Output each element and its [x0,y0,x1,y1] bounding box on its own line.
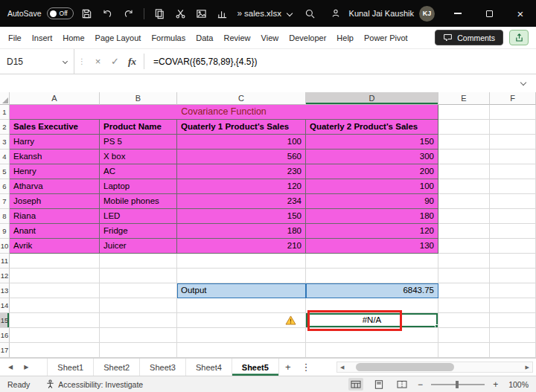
page-break-view-button[interactable] [395,378,409,391]
row-header-11[interactable]: 11 [0,254,10,269]
cell[interactable] [100,298,177,313]
col-header-d-selected[interactable]: D [306,92,438,105]
cancel-button[interactable]: × [89,49,106,74]
row-header-17[interactable]: 17 [0,343,10,358]
copy-icon[interactable] [152,6,168,22]
cell-d8[interactable]: 180 [306,209,438,224]
cell[interactable] [100,328,177,343]
cell[interactable] [100,269,177,283]
cell-b5[interactable]: AC [100,164,177,179]
cell[interactable] [438,239,490,254]
zoom-out-button[interactable]: − [418,379,423,390]
cell[interactable] [490,194,536,209]
cell[interactable] [438,343,490,358]
cell[interactable] [490,105,536,120]
cell[interactable] [438,135,490,150]
cell[interactable] [10,269,100,283]
row-header-8[interactable]: 8 [0,209,10,224]
formula-input[interactable]: =COVAR({65,78,89},{4.5}) [147,49,536,74]
cell-b2[interactable]: Product Name [100,120,177,135]
cell[interactable] [177,269,306,283]
cell-c2[interactable]: Quaterly 1 Product's Sales [177,120,306,135]
ribbon-tab-formulas[interactable]: Formulas [146,27,191,48]
cell[interactable] [306,298,438,313]
row-header-4[interactable]: 4 [0,150,10,164]
scroll-left-icon[interactable]: ◀ [337,364,347,370]
sheet-tab-sheet3[interactable]: Sheet3 [140,359,186,376]
close-button[interactable]: × [505,0,536,27]
fill-handle[interactable] [435,324,438,328]
accessibility-status[interactable]: Accessibility: Investigate [46,379,143,389]
cell[interactable] [490,313,536,328]
cell[interactable] [490,239,536,254]
cell[interactable] [438,298,490,313]
cell[interactable] [100,313,177,328]
row-header-9[interactable]: 9 [0,224,10,239]
row-header-2[interactable]: 2 [0,120,10,135]
cell[interactable] [10,298,100,313]
active-cell-d15[interactable]: #N/A [306,313,438,328]
row-header-7[interactable]: 7 [0,194,10,209]
col-header-c[interactable]: C [177,92,306,105]
ribbon-tab-power-pivot[interactable]: Power Pivot [359,27,413,48]
zoom-slider-thumb[interactable] [456,381,459,388]
cell[interactable] [10,343,100,358]
cell-c13-output-label[interactable]: Output [177,283,306,298]
enter-button[interactable]: ✓ [106,49,124,74]
cell-d2[interactable]: Quaterly 2 Product's Sales [306,120,438,135]
cell[interactable] [10,328,100,343]
cell[interactable] [490,269,536,283]
ribbon-tab-review[interactable]: Review [218,27,255,48]
scrollbar-track[interactable] [347,362,522,372]
cell-b3[interactable]: PS 5 [100,135,177,150]
cell-d3[interactable]: 150 [306,135,438,150]
add-sheet-button[interactable]: + [279,359,297,376]
cell[interactable] [490,135,536,150]
ribbon-tab-developer[interactable]: Developer [284,27,331,48]
cell[interactable] [490,164,536,179]
cell-d10[interactable]: 130 [306,239,438,254]
cell-a3[interactable]: Harry [10,135,100,150]
row-header-13[interactable]: 13 [0,283,10,298]
cell[interactable] [438,254,490,269]
cell[interactable] [490,150,536,164]
redo-icon[interactable] [121,6,136,22]
chart-icon[interactable] [214,6,230,22]
search-icon[interactable] [302,6,318,22]
cell[interactable] [490,120,536,135]
cell[interactable] [438,105,490,120]
avatar[interactable]: KJ [419,6,435,22]
cell-a5[interactable]: Henry [10,164,100,179]
cell-a2[interactable]: Sales Executive [10,120,100,135]
cell-d5[interactable]: 200 [306,164,438,179]
cell[interactable] [438,224,490,239]
page-layout-view-button[interactable] [371,378,386,391]
cell-c4[interactable]: 560 [177,150,306,164]
cell-b6[interactable]: Laptop [100,179,177,194]
ribbon-tab-insert[interactable]: Insert [27,27,58,48]
ribbon-tab-view[interactable]: View [256,27,284,48]
cell-d13-output-value[interactable]: 6843.75 [306,283,438,298]
ribbon-tab-data[interactable]: Data [191,27,218,48]
col-header-a[interactable]: A [10,92,100,105]
cell-b10[interactable]: Juicer [100,239,177,254]
share-button[interactable] [509,30,529,45]
cell[interactable] [438,194,490,209]
cell-a10[interactable]: Avrik [10,239,100,254]
cell[interactable] [438,283,490,298]
scroll-right-icon[interactable]: ▶ [523,364,532,370]
col-header-b[interactable]: B [100,92,177,105]
row-header-14[interactable]: 14 [0,298,10,313]
cell[interactable] [100,343,177,358]
cell-b7[interactable]: Mobile phones [100,194,177,209]
sheet-tab-sheet2[interactable]: Sheet2 [94,359,140,376]
comments-button[interactable]: Comments [435,30,503,45]
cell[interactable] [306,343,438,358]
name-box[interactable]: D15 [0,49,74,74]
zoom-slider[interactable] [431,384,485,385]
row-header-3[interactable]: 3 [0,135,10,150]
cell[interactable] [438,209,490,224]
cell-d7[interactable]: 90 [306,194,438,209]
error-warning-icon[interactable] [285,315,296,325]
cell-c15[interactable] [177,313,306,328]
